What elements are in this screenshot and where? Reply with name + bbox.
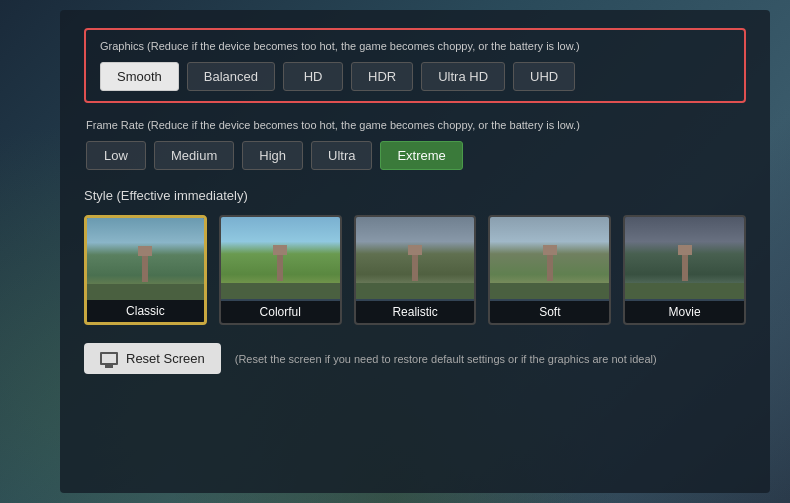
style-card-image-classic [87, 218, 204, 300]
ground-decoration [625, 283, 744, 299]
ground-decoration [356, 283, 475, 299]
graphics-btn-ultra-hd[interactable]: Ultra HD [421, 62, 505, 91]
tower-decoration [412, 253, 418, 281]
style-card-label-soft: Soft [490, 301, 609, 323]
style-card-image-soft [490, 217, 609, 299]
reset-button-label: Reset Screen [126, 351, 205, 366]
graphics-btn-balanced[interactable]: Balanced [187, 62, 275, 91]
reset-description: (Reset the screen if you need to restore… [235, 353, 657, 365]
framerate-button-row: LowMediumHighUltraExtreme [86, 141, 744, 170]
framerate-btn-low[interactable]: Low [86, 141, 146, 170]
framerate-btn-high[interactable]: High [242, 141, 303, 170]
graphics-btn-hdr[interactable]: HDR [351, 62, 413, 91]
framerate-section: Frame Rate (Reduce if the device becomes… [84, 119, 746, 170]
graphics-btn-uhd[interactable]: UHD [513, 62, 575, 91]
monitor-icon [100, 352, 118, 365]
framerate-btn-extreme[interactable]: Extreme [380, 141, 462, 170]
graphics-section: Graphics (Reduce if the device becomes t… [84, 28, 746, 103]
ground-decoration [87, 284, 204, 300]
style-card-image-realistic [356, 217, 475, 299]
graphics-button-row: SmoothBalancedHDHDRUltra HDUHD [100, 62, 730, 91]
graphics-btn-hd[interactable]: HD [283, 62, 343, 91]
settings-panel: Graphics (Reduce if the device becomes t… [60, 10, 770, 493]
style-card-realistic[interactable]: Realistic [354, 215, 477, 325]
ground-decoration [490, 283, 609, 299]
style-card-label-realistic: Realistic [356, 301, 475, 323]
style-cards-row: ClassicColorfulRealisticSoftMovie [84, 215, 746, 325]
framerate-description: Frame Rate (Reduce if the device becomes… [86, 119, 744, 131]
reset-screen-button[interactable]: Reset Screen [84, 343, 221, 374]
tower-decoration [682, 253, 688, 281]
style-card-label-colorful: Colorful [221, 301, 340, 323]
tower-decoration [277, 253, 283, 281]
framerate-btn-medium[interactable]: Medium [154, 141, 234, 170]
reset-row: Reset Screen (Reset the screen if you ne… [84, 343, 746, 374]
graphics-btn-smooth[interactable]: Smooth [100, 62, 179, 91]
style-card-movie[interactable]: Movie [623, 215, 746, 325]
style-card-classic[interactable]: Classic [84, 215, 207, 325]
style-label: Style (Effective immediately) [84, 188, 746, 203]
style-card-label-movie: Movie [625, 301, 744, 323]
tower-decoration [547, 253, 553, 281]
style-section: Style (Effective immediately) ClassicCol… [84, 188, 746, 325]
style-card-soft[interactable]: Soft [488, 215, 611, 325]
style-card-image-colorful [221, 217, 340, 299]
style-card-colorful[interactable]: Colorful [219, 215, 342, 325]
tower-decoration [142, 254, 148, 282]
style-card-image-movie [625, 217, 744, 299]
graphics-description: Graphics (Reduce if the device becomes t… [100, 40, 730, 52]
style-card-label-classic: Classic [87, 300, 204, 322]
ground-decoration [221, 283, 340, 299]
framerate-btn-ultra[interactable]: Ultra [311, 141, 372, 170]
